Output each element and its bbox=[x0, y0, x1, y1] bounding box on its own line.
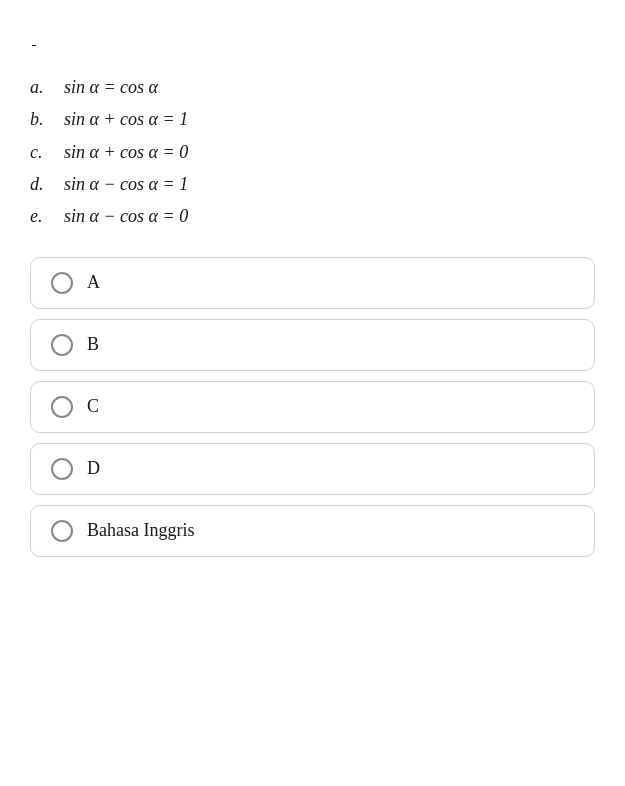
answer-option-b[interactable]: B bbox=[30, 319, 595, 371]
radio-circle bbox=[51, 520, 73, 542]
question-option-c: c. sin α + cos α = 0 bbox=[30, 136, 595, 168]
question-option-d: d. sin α − cos α = 1 bbox=[30, 168, 595, 200]
question-text bbox=[30, 30, 595, 59]
answer-option-c[interactable]: C bbox=[30, 381, 595, 433]
answer-choices: A B C D Bahasa Inggris bbox=[30, 257, 595, 557]
radio-circle bbox=[51, 334, 73, 356]
answer-label: A bbox=[87, 272, 100, 293]
option-letter: b. bbox=[30, 103, 52, 135]
option-letter: e. bbox=[30, 200, 52, 232]
options-list: a. sin α = cos α b. sin α + cos α = 1 c.… bbox=[30, 71, 595, 233]
answer-option-bahasa-inggris[interactable]: Bahasa Inggris bbox=[30, 505, 595, 557]
question-option-b: b. sin α + cos α = 1 bbox=[30, 103, 595, 135]
answer-label: B bbox=[87, 334, 99, 355]
option-text: sin α + cos α = 1 bbox=[64, 103, 188, 135]
option-text: sin α − cos α = 1 bbox=[64, 168, 188, 200]
radio-circle bbox=[51, 458, 73, 480]
option-text: sin α + cos α = 0 bbox=[64, 136, 188, 168]
fraction bbox=[32, 45, 36, 46]
answer-label: D bbox=[87, 458, 100, 479]
answer-label: C bbox=[87, 396, 99, 417]
radio-circle bbox=[51, 272, 73, 294]
question-option-e: e. sin α − cos α = 0 bbox=[30, 200, 595, 232]
answer-option-a[interactable]: A bbox=[30, 257, 595, 309]
option-letter: d. bbox=[30, 168, 52, 200]
option-letter: a. bbox=[30, 71, 52, 103]
radio-circle bbox=[51, 396, 73, 418]
option-text: sin α − cos α = 0 bbox=[64, 200, 188, 232]
option-text: sin α = cos α bbox=[64, 71, 158, 103]
answer-label: Bahasa Inggris bbox=[87, 520, 194, 541]
fraction-numerator bbox=[32, 45, 36, 46]
answer-option-d[interactable]: D bbox=[30, 443, 595, 495]
question-block: a. sin α = cos α b. sin α + cos α = 1 c.… bbox=[30, 30, 595, 233]
option-letter: c. bbox=[30, 136, 52, 168]
question-option-a: a. sin α = cos α bbox=[30, 71, 595, 103]
